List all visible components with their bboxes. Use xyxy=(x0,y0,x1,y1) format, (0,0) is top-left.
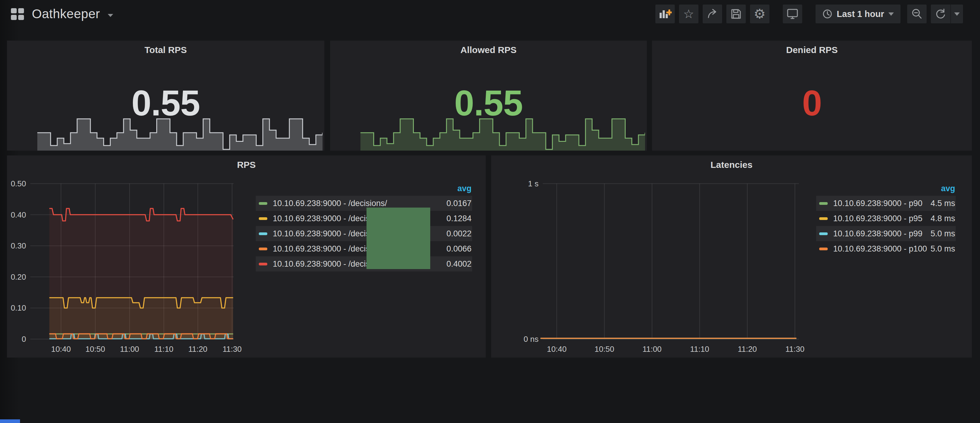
svg-text:10:50: 10:50 xyxy=(85,345,105,353)
sparkline xyxy=(360,116,645,151)
series-color-swatch-icon[interactable] xyxy=(259,247,267,250)
bottom-left-blue-strip xyxy=(0,419,20,423)
series-color-swatch-icon[interactable] xyxy=(819,233,828,235)
time-range-caret-icon xyxy=(888,13,894,16)
legend-overlay-artifact xyxy=(366,208,430,269)
series-color-swatch-icon[interactable] xyxy=(819,247,828,250)
panel-title[interactable]: Denied RPS xyxy=(652,45,972,55)
legend-row[interactable]: 10.10.69.238:9000 - /decisions/0.4002 xyxy=(256,256,472,271)
panel-denied-rps: Denied RPS 0 xyxy=(652,41,972,151)
legend-row[interactable]: 10.10.69.238:9000 - /decisions/0.0066 xyxy=(256,241,472,256)
save-icon xyxy=(730,8,742,20)
refresh-icon xyxy=(934,8,947,20)
series-color-swatch-icon[interactable] xyxy=(819,202,828,205)
dashboard-title-group[interactable]: Oathkeeper xyxy=(11,7,113,21)
legend-row[interactable]: 10.10.69.238:9000 - p1005.0 ms xyxy=(816,241,956,256)
settings-button[interactable]: ⚙ xyxy=(750,5,770,23)
svg-text:11:10: 11:10 xyxy=(154,345,173,353)
tv-mode-button[interactable] xyxy=(783,5,802,23)
time-range-label: Last 1 hour xyxy=(837,9,884,19)
refresh-interval-dropdown[interactable] xyxy=(950,5,963,23)
panel-title[interactable]: RPS xyxy=(7,160,486,170)
add-panel-icon xyxy=(659,8,672,20)
series-color-swatch-icon[interactable] xyxy=(259,202,267,205)
share-icon xyxy=(706,8,719,20)
grafana-dashboard: Oathkeeper ☆ xyxy=(0,0,980,423)
time-range-picker[interactable]: Last 1 hour xyxy=(816,5,900,23)
clock-icon xyxy=(822,9,832,19)
panel-title[interactable]: Latencies xyxy=(491,160,972,170)
series-color-swatch-icon[interactable] xyxy=(259,233,267,235)
panel-title[interactable]: Allowed RPS xyxy=(330,45,647,55)
save-button[interactable] xyxy=(726,5,746,23)
dashboard-title[interactable]: Oathkeeper xyxy=(32,7,100,21)
svg-text:10:40: 10:40 xyxy=(51,345,71,353)
sparkline xyxy=(682,116,970,151)
dashboard-toolbar: ☆ ⚙ xyxy=(651,5,963,23)
series-name[interactable]: 10.10.69.238:9000 - p95 xyxy=(833,214,927,223)
series-color-swatch-icon[interactable] xyxy=(819,217,828,220)
svg-text:0.10: 0.10 xyxy=(11,303,26,312)
legend-row[interactable]: 10.10.69.238:9000 - /decisions/0.0167 xyxy=(256,196,472,211)
zoom-out-icon xyxy=(911,8,923,20)
dashboards-grid-icon[interactable] xyxy=(11,8,24,20)
series-avg-value: 0.0022 xyxy=(446,229,471,238)
legend-row[interactable]: 10.10.69.238:9000 - p995.0 ms xyxy=(816,226,956,241)
svg-text:0.50: 0.50 xyxy=(11,179,26,188)
rps-legend: avg10.10.69.238:9000 - /decisions/0.0167… xyxy=(256,181,472,271)
svg-text:0.20: 0.20 xyxy=(11,272,26,282)
panel-rps-graph: RPS avg10.10.69.238:9000 - /decisions/0.… xyxy=(7,155,486,358)
panel-title[interactable]: Total RPS xyxy=(7,45,325,55)
title-dropdown-caret-icon[interactable] xyxy=(108,14,113,17)
svg-text:0: 0 xyxy=(22,334,26,344)
legend-row[interactable]: 10.10.69.238:9000 - p954.8 ms xyxy=(816,211,956,226)
star-button[interactable]: ☆ xyxy=(679,5,698,23)
refresh-button-group xyxy=(931,5,963,23)
series-name[interactable]: 10.10.69.238:9000 - p90 xyxy=(833,199,927,208)
series-name[interactable]: 10.10.69.238:9000 - p100 xyxy=(833,244,927,253)
panel-allowed-rps: Allowed RPS 0.55 xyxy=(330,41,647,151)
refresh-caret-icon xyxy=(954,13,960,16)
series-avg-value: 0.0167 xyxy=(446,199,471,208)
svg-text:11:00: 11:00 xyxy=(120,345,139,353)
legend-row[interactable]: 10.10.69.238:9000 - p904.5 ms xyxy=(816,196,956,211)
svg-text:11:30: 11:30 xyxy=(785,345,804,353)
legend-row[interactable]: 10.10.69.238:9000 - /decisions/0.1284 xyxy=(256,211,472,226)
series-name[interactable]: 10.10.69.238:9000 - p99 xyxy=(833,229,927,238)
legend-avg-header[interactable]: avg xyxy=(816,181,956,196)
series-avg-value: 0.1284 xyxy=(446,214,471,223)
zoom-out-button[interactable] xyxy=(907,5,927,23)
series-avg-value: 5.0 ms xyxy=(931,244,955,253)
add-panel-button[interactable] xyxy=(655,5,675,23)
svg-text:11:20: 11:20 xyxy=(188,345,207,353)
svg-text:1 s: 1 s xyxy=(528,179,539,188)
panel-total-rps: Total RPS 0.55 xyxy=(7,41,325,151)
refresh-button[interactable] xyxy=(931,5,950,23)
series-avg-value: 5.0 ms xyxy=(931,229,955,238)
gear-icon: ⚙ xyxy=(754,7,765,21)
series-color-swatch-icon[interactable] xyxy=(259,263,267,265)
share-button[interactable] xyxy=(703,5,722,23)
star-icon: ☆ xyxy=(683,8,694,20)
series-name[interactable]: 10.10.69.238:9000 - /decisions/ xyxy=(273,199,443,208)
svg-text:11:20: 11:20 xyxy=(738,345,757,353)
legend-row[interactable]: 10.10.69.238:9000 - /decisions/0.0022 xyxy=(256,226,472,241)
series-avg-value: 0.0066 xyxy=(446,244,471,253)
series-avg-value: 0.4002 xyxy=(446,259,471,269)
svg-text:10:40: 10:40 xyxy=(547,345,566,353)
svg-text:0.30: 0.30 xyxy=(11,241,26,250)
series-color-swatch-icon[interactable] xyxy=(259,217,267,220)
svg-text:11:10: 11:10 xyxy=(690,345,709,353)
series-avg-value: 4.8 ms xyxy=(931,214,955,223)
monitor-icon xyxy=(786,8,799,20)
legend-avg-header[interactable]: avg xyxy=(256,181,472,196)
svg-text:11:30: 11:30 xyxy=(223,345,242,353)
dashboard-header: Oathkeeper ☆ xyxy=(0,0,980,28)
svg-text:0.40: 0.40 xyxy=(11,210,26,219)
series-avg-value: 4.5 ms xyxy=(931,199,955,208)
svg-text:0 ns: 0 ns xyxy=(524,334,539,344)
latencies-legend: avg10.10.69.238:9000 - p904.5 ms10.10.69… xyxy=(816,181,956,256)
svg-text:10:50: 10:50 xyxy=(594,345,614,353)
svg-text:11:00: 11:00 xyxy=(642,345,662,353)
panel-latencies-graph: Latencies avg10.10.69.238:9000 - p904.5 … xyxy=(491,155,972,358)
